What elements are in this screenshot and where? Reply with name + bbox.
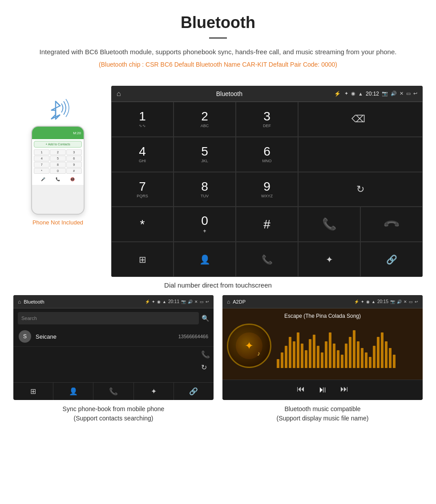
phone-key-6: 6 [66,156,82,161]
pb-cam-icon: 📷 [181,300,186,304]
pb-status-bar: ⌂ Bluetooth ⚡ ✦ ◉ ▲ 20:11 📷 🔊 ✕ ▭ ↩ [13,295,214,308]
dial-key-6[interactable]: 6 MNO [236,137,298,172]
phone-add-contact: + Add to Contacts [34,141,82,148]
pb-loc-icon: ◉ [157,300,161,304]
pb-time: 20:11 [168,299,179,304]
dialpad-icon: ⊞ [139,254,146,265]
next-track-button[interactable]: ⏭ [340,384,348,395]
dial-key-4[interactable]: 4 GHI [111,137,174,172]
refresh-icon: ↻ [356,184,364,195]
eq-bar [361,348,363,368]
eq-bar [365,352,367,368]
search-placeholder: Search [21,316,37,321]
dial-end-button[interactable]: 📞 [360,207,423,242]
title-divider [209,37,227,39]
end-call-icon: 📞 [382,215,400,233]
contact-avatar-s: S [19,330,31,343]
phone-key-8: 8 [50,162,65,168]
contact-row-seicane[interactable]: S Seicane 13566664466 [13,327,214,347]
phone-dialpad: 1 2 3 4 5 6 7 8 9 * 0 # [34,149,82,174]
search-icon[interactable]: 🔍 [202,315,209,322]
eq-bar [325,341,327,368]
eq-bar [301,344,303,368]
dial-nav-link[interactable]: 🔗 [360,242,423,277]
pb-x-icon: ✕ [194,300,198,304]
eq-bar [297,332,299,368]
prev-track-button[interactable]: ⏮ [297,384,305,395]
dial-key-7[interactable]: 7 PQRS [111,172,174,207]
eq-bar [333,344,335,368]
pb-home-icon: ⌂ [18,299,21,305]
eq-bar [277,359,279,368]
dial-volume-icon: 🔊 [391,91,397,96]
search-input-mock[interactable]: Search [18,312,199,324]
music-controls: ⏮ ⏯ ⏭ [222,380,423,399]
phonebook-caption-line1: Sync phone-book from mobile phone [63,405,165,412]
eq-bar [337,350,339,368]
bottom-row: ⌂ Bluetooth ⚡ ✦ ◉ ▲ 20:11 📷 🔊 ✕ ▭ ↩ Sear… [0,295,436,400]
eq-bar [321,352,323,368]
dial-key-2[interactable]: 2 ABC [174,102,236,137]
phone-key-9: 9 [66,162,82,168]
pb-nav-contacts[interactable]: 👤 [53,383,93,400]
bluetooth-waves [40,95,76,121]
dial-time: 20:12 [366,91,379,97]
dial-x-icon: ✕ [400,91,404,96]
bt-nav-icon: ✦ [326,254,333,265]
eq-bar [345,344,347,368]
ms-right-icons: ✦ ◉ ▲ 20:15 📷 🔊 ✕ ▭ ↩ [361,299,418,304]
dial-signal-icon: ▲ [358,91,363,96]
dial-key-1[interactable]: 1 ∿∿ [111,102,174,137]
ms-bt-icon: ✦ [361,300,364,304]
dial-key-star[interactable]: * [111,207,174,242]
pb-nav-dialpad[interactable]: ⊞ [13,383,53,400]
dial-usb-icon: ⚡ [334,91,341,97]
dial-call-button[interactable]: 📞 [298,207,360,242]
dial-key-5[interactable]: 5 JKL [174,137,236,172]
dial-key-3[interactable]: 3 DEF [236,102,298,137]
eq-bar [293,341,295,368]
ms-vol-icon: 🔊 [397,300,402,304]
dial-display-2 [298,137,423,172]
music-main: Escape (The Pina Colada Song) ✦ ♪ [222,308,423,380]
eq-bar [305,350,307,368]
eq-bar [381,332,384,368]
dial-nav-dialpad[interactable]: ⊞ [111,242,174,277]
phone-key-hash: # [66,168,82,174]
dial-key-hash[interactable]: # [236,207,298,242]
backspace-icon[interactable]: ⌫ [351,113,370,125]
dial-nav-bt[interactable]: ✦ [298,242,360,277]
pb-nav-bt[interactable]: ✦ [134,383,174,400]
pb-nav-phone[interactable]: 📞 [93,383,133,400]
dial-status-title: Bluetooth [125,90,334,97]
main-content: M:20 + Add to Contacts 1 2 3 4 5 6 7 8 9… [0,86,436,277]
equalizer-bars [277,324,418,368]
dial-status-bar: ⌂ Bluetooth ⚡ ✦ ◉ ▲ 20:12 📷 🔊 ✕ ▭ ↩ [111,86,423,102]
phone-bottom-mic-icon: 🎤 [41,177,45,181]
call-icon: 📞 [322,217,336,231]
eq-bar [289,337,291,368]
pb-bt-icon: ✦ [152,300,155,304]
bottom-captions: Sync phone-book from mobile phone (Suppo… [0,404,436,423]
bluetooth-specs: (Bluetooth chip : CSR BC6 Default Blueto… [27,61,409,68]
dial-back-icon: ↩ [413,91,417,96]
dial-key-8[interactable]: 8 TUV [174,172,236,207]
eq-bar [385,341,388,368]
dial-key-0[interactable]: 0 + [174,207,236,242]
album-art: ✦ ♪ [227,324,271,368]
main-caption: Dial number direct from touchscreen [0,281,436,289]
dial-key-9[interactable]: 9 WXYZ [236,172,298,207]
dial-screen-icon: ▭ [406,91,411,96]
pb-nav-link[interactable]: 🔗 [174,383,214,400]
ms-status-bar: ⌂ A2DP ⚡ ✦ ◉ ▲ 20:15 📷 🔊 ✕ ▭ ↩ [222,295,423,308]
phone-bottom-bar: 🎤 📞 📵 [34,176,82,183]
dial-refresh-cell[interactable]: ↻ [298,172,423,207]
phone-key-star: * [34,168,49,174]
pb-side-phone-icon[interactable]: 📞 [201,350,210,359]
pb-side-refresh-icon[interactable]: ↻ [201,363,210,372]
dial-nav-contacts[interactable]: 👤 [174,242,236,277]
dial-nav-phone[interactable]: 📞 [236,242,298,277]
music-caption-line2: (Support display music file name) [277,415,369,422]
phone-icon: 📞 [262,254,273,265]
play-pause-button[interactable]: ⏯ [318,384,327,395]
